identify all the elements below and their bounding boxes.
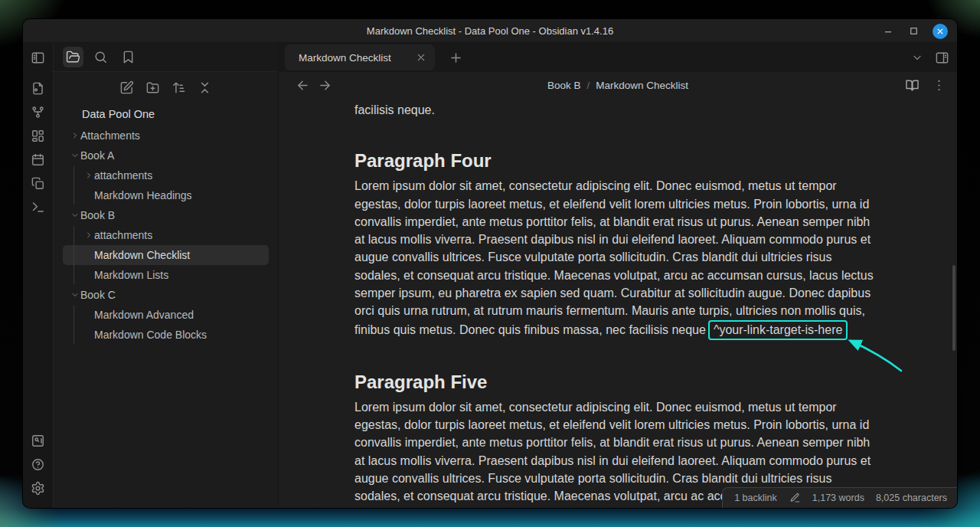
folder-item-attachments-b[interactable]: attachments	[63, 225, 269, 245]
tab-close-icon[interactable]	[415, 51, 427, 64]
breadcrumb-separator: /	[586, 80, 590, 91]
indent-guide	[74, 166, 74, 205]
folder-item-attachments-a[interactable]: attachments	[63, 165, 269, 185]
backlink-count[interactable]: 1 backlink	[734, 493, 777, 503]
note-badge-icon[interactable]	[31, 81, 45, 96]
chevron-down-icon[interactable]	[69, 211, 80, 220]
editor-scrollbar[interactable]	[952, 265, 956, 351]
editor-pane: Markdown Checklist	[279, 43, 957, 508]
section-heading-paragraph-five: Paragraph Five	[354, 371, 874, 394]
breadcrumb: Book B / Markdown Checklist	[547, 80, 688, 91]
paragraph-four-text: Lorem ipsum dolor sit amet, consectetur …	[354, 177, 874, 339]
collapse-all-icon[interactable]	[198, 80, 212, 95]
folder-icon	[66, 50, 80, 64]
folder-item-book-c[interactable]: Book C	[63, 285, 269, 305]
forward-arrow-icon[interactable]	[318, 78, 332, 93]
file-item-markdown-code-blocks[interactable]: Markdown Code Blocks	[63, 325, 269, 345]
indent-guide	[74, 306, 74, 344]
folder-item-book-b[interactable]: Book B	[63, 205, 269, 225]
character-count: 8,025 characters	[876, 493, 947, 503]
left-ribbon	[23, 43, 54, 508]
tab-bar-right	[911, 51, 949, 65]
search-icon	[93, 50, 108, 64]
view-header: Book B / Markdown Checklist	[279, 72, 957, 98]
maximize-button[interactable]	[908, 25, 920, 37]
chevron-down-icon[interactable]	[69, 151, 80, 160]
markdown-editor[interactable]: facilisis neque. Paragraph Four Lorem ip…	[279, 98, 957, 508]
settings-gear-icon[interactable]	[31, 481, 45, 496]
command-palette-terminal-icon[interactable]	[31, 200, 45, 214]
workspace: Data Pool One Attachments Book A attachm…	[23, 43, 957, 508]
file-tree: Attachments Book A attachments Markdown …	[54, 126, 278, 345]
sort-order-icon[interactable]	[172, 80, 186, 95]
toggle-left-sidebar-icon[interactable]	[31, 51, 45, 65]
new-note-icon[interactable]	[119, 80, 134, 95]
section-heading-paragraph-four: Paragraph Four	[354, 149, 874, 172]
tab-search[interactable]	[90, 47, 111, 67]
book-c-children: Markdown Advanced Markdown Code Blocks	[54, 305, 278, 345]
chevron-right-icon[interactable]	[83, 171, 94, 180]
folder-item-attachments[interactable]: Attachments	[63, 126, 269, 146]
book-b-children: attachments Markdown Checklist Markdown …	[54, 225, 278, 285]
file-item-markdown-headings[interactable]: Markdown Headings	[63, 185, 269, 205]
file-item-markdown-checklist[interactable]: Markdown Checklist	[63, 245, 269, 265]
bookmark-icon	[121, 50, 136, 64]
tab-markdown-checklist[interactable]: Markdown Checklist	[285, 44, 435, 70]
tab-bookmarks[interactable]	[118, 47, 139, 67]
folder-item-book-a[interactable]: Book A	[63, 146, 269, 165]
canvas-grid-icon[interactable]	[31, 129, 45, 143]
vault-switcher-icon[interactable]	[31, 434, 45, 448]
intro-line: facilisis neque.	[354, 101, 874, 119]
sidebar-tab-bar	[54, 43, 278, 72]
templates-copy-icon[interactable]	[31, 176, 45, 191]
tab-list-chevron-down-icon[interactable]	[911, 51, 923, 64]
close-button[interactable]	[933, 24, 948, 39]
block-anchor-text: ^your-link-target-is-here	[714, 323, 842, 336]
word-count: 1,173 words	[812, 493, 864, 503]
history-nav	[296, 78, 332, 93]
new-folder-icon[interactable]	[145, 80, 160, 95]
reading-view-book-icon[interactable]	[905, 78, 920, 93]
chevron-right-icon[interactable]	[69, 131, 80, 140]
daily-note-calendar-icon[interactable]	[31, 152, 45, 167]
block-anchor-annotation-box: ^your-link-target-is-here	[708, 320, 848, 340]
view-actions	[905, 78, 946, 93]
indent-guide	[74, 226, 74, 284]
new-tab-plus-icon[interactable]	[449, 51, 463, 65]
explorer-toolbar	[54, 72, 278, 103]
file-item-markdown-lists[interactable]: Markdown Lists	[63, 265, 269, 285]
back-arrow-icon[interactable]	[296, 78, 310, 93]
file-item-markdown-advanced[interactable]: Markdown Advanced	[63, 305, 269, 325]
window-controls	[883, 19, 948, 43]
chevron-down-icon[interactable]	[69, 290, 80, 300]
titlebar: Markdown Checklist - Data Pool One - Obs…	[23, 19, 957, 43]
tab-bar: Markdown Checklist	[279, 43, 957, 72]
edit-mode-pencil-icon[interactable]	[789, 492, 801, 504]
status-bar: 1 backlink 1,173 words 8,025 characters	[722, 487, 957, 508]
file-explorer-sidebar: Data Pool One Attachments Book A attachm…	[54, 43, 279, 508]
book-a-children: attachments Markdown Headings	[54, 165, 278, 205]
breadcrumb-file[interactable]: Markdown Checklist	[596, 80, 688, 91]
window-title: Markdown Checklist - Data Pool One - Obs…	[367, 25, 613, 37]
help-icon[interactable]	[31, 457, 45, 472]
more-options-dots-icon[interactable]	[932, 78, 946, 93]
breadcrumb-folder[interactable]: Book B	[547, 80, 581, 91]
document-body: facilisis neque. Paragraph Four Lorem ip…	[354, 101, 874, 508]
chevron-right-icon[interactable]	[83, 231, 94, 240]
graph-view-icon[interactable]	[31, 105, 45, 119]
minimize-button[interactable]	[883, 25, 895, 38]
tab-title: Markdown Checklist	[299, 52, 415, 64]
vault-title: Data Pool One	[54, 103, 278, 126]
toggle-right-sidebar-icon[interactable]	[935, 51, 949, 65]
tab-files[interactable]	[63, 47, 83, 67]
annotation-arrow	[840, 336, 907, 374]
obsidian-window: Markdown Checklist - Data Pool One - Obs…	[23, 19, 957, 508]
